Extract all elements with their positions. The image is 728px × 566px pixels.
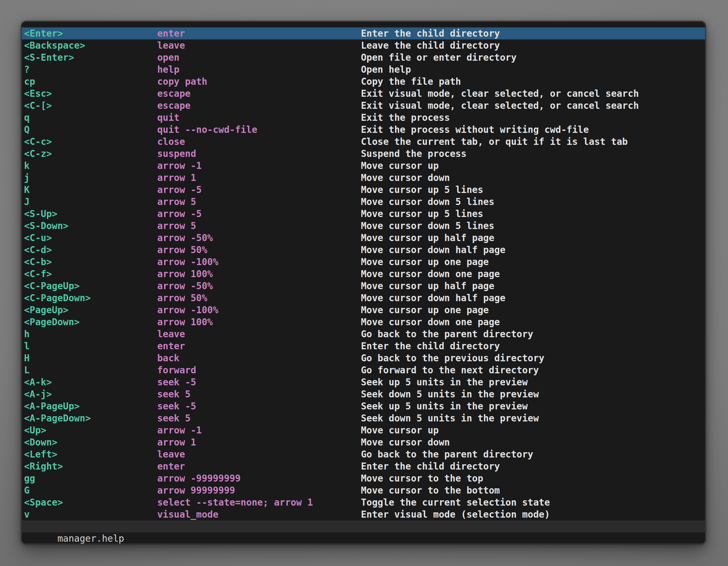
keybind-row[interactable]: <C-f> arrow 100% Move cursor down one pa… [22, 268, 705, 280]
keybind-key: <C-f> [24, 268, 157, 280]
keybind-row[interactable]: <Right> enter Enter the child directory [22, 460, 705, 472]
keybind-description: Move cursor up one page [361, 304, 705, 316]
keybind-command: arrow 5 [157, 220, 361, 232]
keybind-command: copy path [157, 76, 361, 88]
keybind-row[interactable]: <S-Enter> open Open file or enter direct… [22, 51, 705, 64]
keybind-row[interactable]: J arrow 5 Move cursor down 5 lines [22, 196, 705, 208]
keybind-row[interactable]: <PageDown> arrow 100% Move cursor down o… [22, 316, 705, 328]
keybind-description: Move cursor down one page [361, 316, 705, 328]
keybind-key: j [24, 172, 157, 184]
keybind-row[interactable]: <A-PageUp> seek -5 Seek up 5 units in th… [22, 400, 705, 412]
keybind-row[interactable]: h leave Go back to the parent directory [22, 328, 705, 340]
keybind-key: Q [24, 124, 157, 136]
keybind-command: select --state=none; arrow 1 [157, 496, 361, 508]
keybind-key: <A-PageDown> [24, 412, 157, 424]
keybind-row[interactable]: <C-c> close Close the current tab, or qu… [22, 136, 705, 148]
keybind-description: Exit visual mode, clear selected, or can… [361, 88, 705, 100]
keybind-row[interactable]: <Enter> enter Enter the child directory [22, 27, 705, 39]
keybind-command: arrow -100% [157, 256, 361, 268]
keybind-key: <Enter> [24, 27, 157, 39]
keybind-description: Move cursor down one page [361, 268, 705, 280]
keybind-description: Move cursor up [361, 160, 705, 172]
keybind-row[interactable]: <Left> leave Go back to the parent direc… [22, 448, 705, 460]
keybind-description: Open help [361, 64, 705, 76]
keybind-row[interactable]: <A-PageDown> seek 5 Seek down 5 units in… [22, 412, 705, 424]
keybind-key: K [24, 184, 157, 196]
keybind-key: <S-Up> [24, 208, 157, 220]
keybind-command: quit [157, 112, 361, 124]
keybind-row[interactable]: k arrow -1 Move cursor up [22, 160, 705, 172]
keybind-description: Move cursor up half page [361, 232, 705, 244]
keybind-row[interactable]: <S-Up> arrow -5 Move cursor up 5 lines [22, 208, 705, 220]
keybind-key: <Down> [24, 436, 157, 448]
keybind-description: Move cursor up half page [361, 280, 705, 292]
keybind-row[interactable]: <C-b> arrow -100% Move cursor up one pag… [22, 256, 705, 268]
keybind-row[interactable]: l enter Enter the child directory [22, 340, 705, 352]
keybind-description: Seek down 5 units in the preview [361, 412, 705, 424]
keybind-key: <Up> [24, 424, 157, 436]
keybind-key: <S-Down> [24, 220, 157, 232]
keybind-description: Seek up 5 units in the preview [361, 376, 705, 388]
keybind-command: back [157, 352, 361, 364]
keybind-description: Move cursor down [361, 436, 705, 448]
keybind-row[interactable]: <C-z> suspend Suspend the process [22, 148, 705, 160]
keybind-command: escape [157, 88, 361, 100]
keybind-row[interactable]: <Down> arrow 1 Move cursor down [22, 436, 705, 448]
keybind-row[interactable]: ? help Open help [22, 64, 705, 76]
keybind-description: Move cursor up one page [361, 256, 705, 268]
keybind-command: leave [157, 39, 361, 51]
keybind-key: l [24, 340, 157, 352]
keybind-row[interactable]: gg arrow -99999999 Move cursor to the to… [22, 472, 705, 484]
status-bar: manager.help [22, 520, 705, 532]
keybind-command: help [157, 64, 361, 76]
keybind-description: Move cursor to the bottom [361, 484, 705, 496]
keybind-description: Enter the child directory [361, 460, 705, 472]
keybind-row[interactable]: cp copy path Copy the file path [22, 76, 705, 88]
keybind-row[interactable]: <S-Down> arrow 5 Move cursor down 5 line… [22, 220, 705, 232]
keybind-description: Suspend the process [361, 148, 705, 160]
keybind-row[interactable]: <Esc> escape Exit visual mode, clear sel… [22, 88, 705, 100]
keybind-row[interactable]: <Backspace> leave Leave the child direct… [22, 39, 705, 51]
keybind-row[interactable]: <Up> arrow -1 Move cursor up [22, 424, 705, 436]
keybind-key: G [24, 484, 157, 496]
keybind-row[interactable]: H back Go back to the previous directory [22, 352, 705, 364]
keybind-command: arrow -5 [157, 184, 361, 196]
keybind-key: v [24, 508, 157, 520]
keybind-key: gg [24, 472, 157, 484]
keybind-row[interactable]: <A-k> seek -5 Seek up 5 units in the pre… [22, 376, 705, 388]
keybind-command: leave [157, 448, 361, 460]
keybind-row[interactable]: j arrow 1 Move cursor down [22, 172, 705, 184]
keybind-command: arrow -5 [157, 208, 361, 220]
keybind-row[interactable]: <Space> select --state=none; arrow 1 Tog… [22, 496, 705, 508]
keybind-row[interactable]: q quit Exit the process [22, 112, 705, 124]
keybind-description: Seek down 5 units in the preview [361, 388, 705, 400]
keybind-key: H [24, 352, 157, 364]
keybind-description: Move cursor down half page [361, 292, 705, 304]
keybind-row[interactable]: <PageUp> arrow -100% Move cursor up one … [22, 304, 705, 316]
keybind-row[interactable]: K arrow -5 Move cursor up 5 lines [22, 184, 705, 196]
keybind-key: <PageDown> [24, 316, 157, 328]
keybind-key: <A-PageUp> [24, 400, 157, 412]
keybind-command: arrow 1 [157, 172, 361, 184]
keybind-row[interactable]: <C-[> escape Exit visual mode, clear sel… [22, 100, 705, 112]
keybind-row[interactable]: <C-PageUp> arrow -50% Move cursor up hal… [22, 280, 705, 292]
keybind-key: <C-PageDown> [24, 292, 157, 304]
keybind-row[interactable]: <C-d> arrow 50% Move cursor down half pa… [22, 244, 705, 256]
keybind-row[interactable]: <A-j> seek 5 Seek down 5 units in the pr… [22, 388, 705, 400]
keybind-description: Exit visual mode, clear selected, or can… [361, 100, 705, 112]
keybind-command: arrow 50% [157, 244, 361, 256]
keybind-key: <Space> [24, 496, 157, 508]
keybind-row[interactable]: Q quit --no-cwd-file Exit the process wi… [22, 124, 705, 136]
keybind-row[interactable]: L forward Go forward to the next directo… [22, 364, 705, 376]
keybind-row[interactable]: <C-PageDown> arrow 50% Move cursor down … [22, 292, 705, 304]
keybind-command: enter [157, 460, 361, 472]
keybind-command: arrow -50% [157, 232, 361, 244]
keybind-row[interactable]: <C-u> arrow -50% Move cursor up half pag… [22, 232, 705, 244]
keybind-row[interactable]: G arrow 99999999 Move cursor to the bott… [22, 484, 705, 496]
keybind-description: Move cursor up [361, 424, 705, 436]
keybind-description: Enter the child directory [361, 340, 705, 352]
keybind-description: Move cursor up 5 lines [361, 184, 705, 196]
keybind-description: Move cursor to the top [361, 472, 705, 484]
keybind-key: <Backspace> [24, 39, 157, 51]
keybind-row[interactable]: v visual_mode Enter visual mode (selecti… [22, 508, 705, 520]
